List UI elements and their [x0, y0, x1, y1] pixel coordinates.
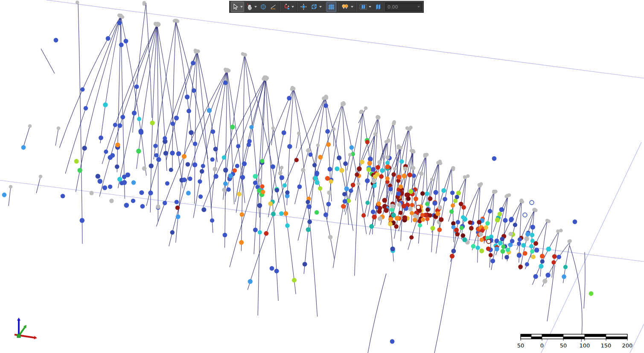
sample-point[interactable] — [307, 204, 312, 209]
sample-point[interactable] — [142, 166, 147, 171]
sample-point[interactable] — [236, 144, 240, 148]
sample-point[interactable] — [261, 190, 265, 194]
sample-point[interactable] — [297, 184, 302, 189]
sample-point[interactable] — [213, 174, 218, 179]
sample-point[interactable] — [390, 339, 395, 344]
sample-point[interactable] — [478, 232, 483, 237]
sample-point[interactable] — [418, 223, 422, 227]
sample-point[interactable] — [339, 168, 344, 173]
drillhole-trace[interactable] — [552, 231, 559, 278]
sample-point[interactable] — [301, 168, 305, 172]
sample-point[interactable] — [469, 226, 474, 231]
collar-point[interactable] — [405, 126, 409, 130]
sample-point[interactable] — [456, 220, 460, 224]
sample-point[interactable] — [210, 218, 214, 223]
sample-point[interactable] — [361, 213, 366, 218]
sample-point[interactable] — [223, 181, 228, 186]
sample-point[interactable] — [428, 196, 432, 201]
sample-point[interactable] — [222, 188, 226, 192]
sample-point[interactable] — [318, 155, 323, 159]
sample-point[interactable] — [283, 211, 288, 216]
sample-point[interactable] — [82, 146, 87, 150]
sample-point[interactable] — [518, 237, 522, 241]
sample-point[interactable] — [258, 230, 262, 235]
sample-point[interactable] — [201, 207, 206, 212]
collar-point[interactable] — [9, 185, 13, 189]
drillhole-trace[interactable] — [78, 3, 82, 244]
sample-point[interactable] — [188, 176, 192, 181]
sample-point[interactable] — [264, 231, 268, 236]
sample-point[interactable] — [369, 224, 374, 229]
sample-point[interactable] — [372, 184, 376, 188]
sample-point[interactable] — [390, 247, 395, 251]
collar-point[interactable] — [376, 115, 379, 119]
sample-point[interactable] — [193, 141, 198, 146]
sample-point[interactable] — [509, 232, 513, 236]
drillhole-trace[interactable] — [172, 21, 176, 168]
collar-point[interactable] — [154, 22, 157, 26]
sample-point[interactable] — [326, 202, 331, 206]
sample-point[interactable] — [77, 168, 82, 173]
sample-point[interactable] — [402, 174, 407, 179]
sample-point[interactable] — [379, 174, 384, 179]
drillhole-trace[interactable] — [55, 128, 58, 146]
drillhole-trace[interactable] — [99, 24, 157, 197]
sample-point[interactable] — [489, 253, 493, 257]
sample-point[interactable] — [182, 177, 186, 182]
sample-point[interactable] — [156, 205, 160, 209]
sample-point[interactable] — [437, 227, 442, 232]
chevron-down-icon[interactable] — [351, 6, 353, 8]
sample-point[interactable] — [425, 217, 429, 221]
sample-point[interactable] — [355, 173, 359, 177]
drillhole-trace[interactable] — [355, 112, 363, 276]
sample-point[interactable] — [125, 172, 131, 177]
sample-point[interactable] — [176, 215, 181, 219]
sample-point[interactable] — [573, 220, 577, 224]
sample-point[interactable] — [192, 162, 198, 168]
sample-point[interactable] — [390, 204, 395, 209]
sample-point[interactable] — [451, 203, 455, 208]
sample-point[interactable] — [450, 191, 455, 195]
sample-point[interactable] — [315, 180, 319, 185]
sample-point[interactable] — [530, 239, 535, 243]
sample-point[interactable] — [140, 204, 145, 209]
sample-point[interactable] — [461, 205, 466, 210]
sample-point[interactable] — [303, 262, 307, 267]
collar-point[interactable] — [119, 14, 122, 18]
sample-point[interactable] — [131, 199, 135, 203]
sample-point[interactable] — [530, 225, 535, 229]
sample-point[interactable] — [222, 156, 226, 160]
collar-point[interactable] — [348, 153, 352, 157]
sample-point[interactable] — [308, 153, 312, 157]
collar-point[interactable] — [545, 219, 549, 223]
sample-point[interactable] — [325, 129, 330, 134]
drillhole-trace[interactable] — [176, 21, 192, 143]
sample-point[interactable] — [248, 279, 253, 284]
sample-point[interactable] — [367, 161, 372, 165]
sample-point[interactable] — [213, 167, 217, 171]
collar-point[interactable] — [463, 175, 467, 179]
sample-point[interactable] — [480, 238, 484, 242]
sample-point[interactable] — [323, 212, 328, 217]
sample-point[interactable] — [411, 166, 415, 170]
sample-point[interactable] — [124, 39, 128, 44]
collar-point[interactable] — [521, 200, 525, 204]
sample-point[interactable] — [174, 116, 179, 121]
drillhole-trace[interactable] — [41, 49, 55, 74]
sample-point[interactable] — [285, 224, 290, 228]
collar-point[interactable] — [357, 182, 361, 186]
sample-point[interactable] — [223, 168, 228, 173]
sample-point[interactable] — [399, 211, 403, 215]
drillhole-trace[interactable] — [245, 55, 259, 218]
sample-point[interactable] — [412, 174, 416, 178]
sample-point[interactable] — [270, 266, 274, 271]
drillhole-scene[interactable] — [0, 0, 644, 353]
sample-point[interactable] — [377, 160, 382, 164]
sample-point[interactable] — [306, 200, 310, 204]
sample-point[interactable] — [186, 162, 190, 167]
sample-point[interactable] — [382, 198, 387, 203]
collar-point[interactable] — [143, 1, 146, 5]
drillhole-trace[interactable] — [76, 16, 121, 192]
sample-point[interactable] — [175, 206, 180, 210]
sample-point[interactable] — [453, 199, 458, 203]
